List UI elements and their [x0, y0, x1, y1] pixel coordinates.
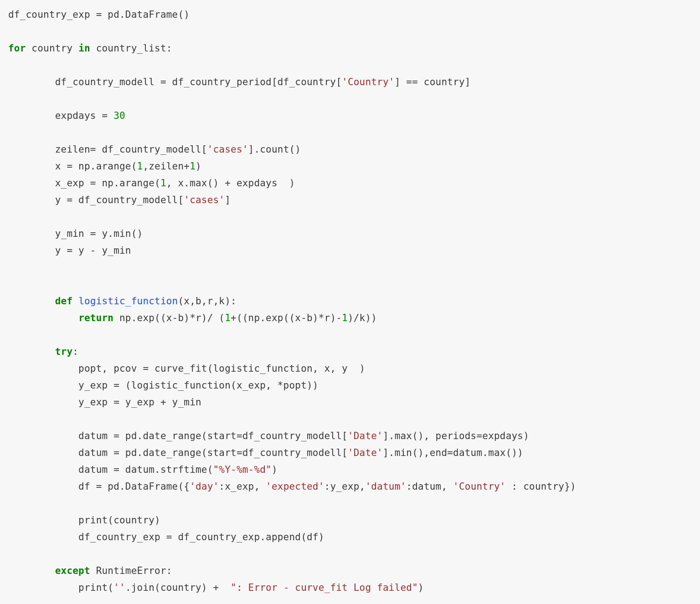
code-text: , x.max() + expdays ) [166, 178, 295, 189]
number-literal: 1 [342, 312, 348, 323]
code-text: : country}) [506, 481, 576, 492]
code-text: ].max(), periods=expdays) [383, 430, 529, 441]
code-text: zeilen= df_country_modell[ [8, 144, 207, 155]
code-line: y_exp = y_exp + y_min [8, 397, 201, 408]
code-text: ].count() [248, 144, 301, 155]
code-text: print( [8, 582, 113, 593]
code-line: y = y - y_min [8, 245, 131, 256]
code-text [8, 565, 55, 576]
code-text: RuntimeError: [90, 565, 172, 576]
function-name: logistic_function [78, 296, 178, 307]
code-line [8, 329, 55, 340]
code-text: ) [196, 161, 201, 172]
string-literal: 'Date' [348, 447, 383, 458]
code-text: : [72, 346, 78, 357]
keyword-except: except [55, 565, 90, 576]
code-line: y_exp = (logistic_function(x_exp, *popt)… [8, 380, 319, 391]
code-text: datum = pd.date_range(start=df_country_m… [8, 430, 348, 441]
string-literal: 'cases' [184, 195, 225, 205]
string-literal: 'Date' [348, 430, 383, 441]
code-text [72, 296, 78, 307]
number-literal: 1 [190, 161, 196, 172]
string-literal: 'Country' [453, 481, 506, 492]
code-text: df_country_modell = df_country_period[df… [8, 77, 342, 87]
string-literal: '' [113, 582, 125, 593]
code-text: +((np.exp((x-b)*r)- [231, 312, 342, 323]
code-line: print(country) [8, 515, 160, 526]
code-text: x_exp = np.arange( [8, 178, 160, 189]
code-text [8, 346, 55, 357]
number-literal: 1 [225, 312, 231, 323]
code-text: ] == country] [395, 77, 471, 87]
code-text: expdays = [8, 110, 113, 121]
code-text: x = np.arange( [8, 161, 137, 172]
code-text: ) [418, 582, 424, 593]
string-literal: 'expected' [266, 481, 324, 492]
keyword-def: def [55, 296, 73, 307]
code-text: ].min(),end=datum.max()) [383, 447, 523, 458]
code-text: :y_exp, [324, 481, 365, 492]
code-text: :datum, [406, 481, 453, 492]
keyword-for: for [8, 43, 26, 54]
code-text: country_list: [90, 43, 172, 54]
string-literal: 'day' [190, 481, 219, 492]
code-text: ) [272, 464, 278, 475]
code-block: df_country_exp = pd.DataFrame() for coun… [0, 0, 700, 604]
number-literal: 1 [160, 178, 166, 189]
code-text: datum = datum.strftime( [8, 464, 213, 475]
code-text: df = pd.DataFrame({ [8, 481, 190, 492]
string-literal: 'cases' [207, 144, 248, 155]
code-line: popt, pcov = curve_fit(logistic_function… [8, 363, 365, 374]
code-text: ] [225, 195, 231, 205]
code-text: datum = pd.date_range(start=df_country_m… [8, 447, 348, 458]
code-text: (x,b,r,k): [178, 296, 236, 307]
keyword-return: return [78, 312, 113, 323]
number-literal: 30 [113, 110, 125, 121]
string-literal: "%Y-%m-%d" [213, 464, 272, 475]
number-literal: 1 [137, 161, 143, 172]
code-text [8, 296, 55, 307]
string-literal: ": Error - curve_fit Log failed" [231, 582, 418, 593]
keyword-try: try [55, 346, 73, 357]
code-text: y = df_country_modell[ [8, 195, 184, 205]
keyword-in: in [78, 43, 90, 54]
code-line: y_min = y.min() [8, 228, 143, 239]
code-text: .join(country) + [125, 582, 231, 593]
code-text [8, 312, 78, 323]
code-text: ,zeilen+ [143, 161, 190, 172]
string-literal: 'datum' [365, 481, 406, 492]
code-text: )/k)) [348, 312, 377, 323]
code-text: country [26, 43, 79, 54]
code-line: df_country_exp = pd.DataFrame() [8, 9, 190, 20]
string-literal: 'Country' [342, 77, 395, 87]
code-text: np.exp((x-b)*r)/ ( [113, 312, 225, 323]
code-text: :x_exp, [219, 481, 266, 492]
code-line: df_country_exp = df_country_exp.append(d… [8, 532, 324, 543]
